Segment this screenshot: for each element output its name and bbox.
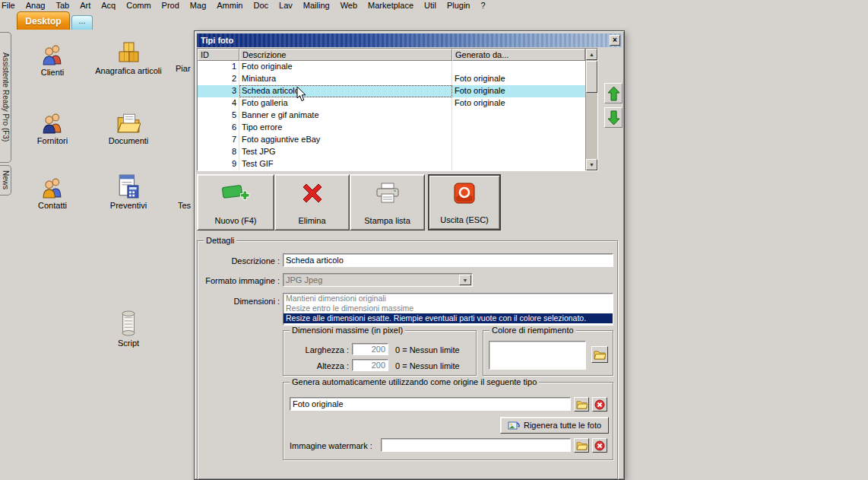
tab-more[interactable]: ... (71, 15, 93, 30)
dimensioni-listbox: Mantieni dimensioni originali Resize ent… (283, 293, 613, 326)
regenerate-photos-icon (508, 421, 520, 431)
watermark-input[interactable] (381, 438, 571, 452)
move-down-button[interactable] (604, 107, 622, 128)
tab-bar: Desktop ... (0, 11, 868, 30)
desktop-icon-label: Fornitori (16, 136, 89, 145)
descrizione-label: Descrizione : (205, 256, 280, 265)
cell-id: 7 (198, 134, 239, 146)
printer-icon (375, 175, 401, 211)
exit-button[interactable]: Uscita (ESC) (428, 174, 501, 230)
cell-descrizione: Foto aggiuntive eBay (239, 134, 452, 146)
menu-item-prod[interactable]: Prod (157, 1, 185, 10)
formato-immagine-dropdown[interactable]: JPG Jpeg ▼ (283, 273, 473, 287)
desktop-icon-fornitori[interactable]: Fornitori (16, 108, 89, 145)
tab-desktop[interactable]: Desktop (17, 11, 70, 30)
dialog-title-bar[interactable]: Tipi foto × (197, 33, 622, 47)
print-list-button[interactable]: Stampa lista (350, 174, 425, 230)
menu-item-plugin[interactable]: Plugin (442, 1, 476, 10)
menu-item-tab[interactable]: Tab (50, 1, 74, 10)
desktop-icon-clienti[interactable]: Clienti (16, 40, 89, 77)
regenerate-all-button[interactable]: Rigenera tutte le foto (500, 417, 609, 434)
vertical-scrollbar[interactable]: ▲ ▼ (585, 49, 597, 170)
table-row[interactable]: 5 Banner e gif animate (198, 110, 585, 122)
cell-id: 5 (198, 110, 239, 122)
cell-descrizione: Banner e gif animate (239, 110, 452, 122)
clients-icon (16, 40, 89, 65)
cell-generato-da (452, 61, 585, 73)
altezza-label: Altezza : (288, 361, 349, 370)
table-row[interactable]: 2 Miniatura Foto originale (198, 73, 585, 85)
scroll-up-button[interactable]: ▲ (586, 49, 597, 60)
source-type-browse-button[interactable] (574, 397, 589, 412)
desktop-icon-anagrafica-articoli[interactable]: Anagrafica articoli (92, 38, 165, 75)
menu-item-help[interactable]: ? (475, 1, 490, 10)
larghezza-input[interactable] (352, 343, 388, 355)
table-row[interactable]: 7 Foto aggiuntive eBay (198, 134, 585, 146)
scroll-down-button[interactable]: ▼ (586, 159, 597, 170)
desktop-icon-script[interactable]: Script (92, 310, 165, 348)
watermark-clear-button[interactable] (592, 438, 607, 453)
menu-item-ammin[interactable]: Ammin (211, 1, 248, 10)
descrizione-input[interactable] (283, 253, 613, 267)
scroll-thumb[interactable] (586, 61, 597, 93)
details-group: Dettagli Descrizione : Formato immagine … (197, 240, 618, 480)
source-type-input[interactable] (290, 397, 571, 411)
watermark-browse-button[interactable] (574, 438, 589, 453)
menu-item-doc[interactable]: Doc (249, 1, 274, 10)
tipi-foto-dialog: Tipi foto × ID Descrizione Generato da..… (194, 30, 625, 480)
side-tab-news-label: News (2, 170, 10, 189)
red-delete-icon (594, 399, 605, 410)
close-button[interactable]: × (610, 35, 620, 46)
column-header-descrizione[interactable]: Descrizione (239, 49, 452, 61)
new-button[interactable]: Nuovo (F4) (197, 174, 274, 230)
green-arrow-down-icon (607, 110, 620, 126)
column-header-generato-da[interactable]: Generato da... (452, 49, 585, 61)
table-row[interactable]: 9 Test GIF (198, 158, 585, 170)
source-type-clear-button[interactable] (592, 397, 607, 412)
menu-item-acq[interactable]: Acq (96, 1, 121, 10)
menu-item-lav[interactable]: Lav (274, 1, 298, 10)
folder-icon (576, 399, 588, 409)
cell-id: 4 (198, 97, 239, 110)
fill-color-picker-button[interactable] (591, 346, 608, 363)
desktop-icon-documenti[interactable]: Documenti (92, 108, 165, 145)
altezza-input[interactable] (352, 359, 388, 371)
menu-item-file[interactable]: File (0, 1, 21, 10)
menu-item-mag[interactable]: Mag (185, 1, 211, 10)
delete-button[interactable]: Elimina (274, 174, 350, 230)
cell-generato-da (452, 122, 585, 134)
desktop-icon-label: Contatti (16, 201, 89, 210)
cell-id: 1 (198, 61, 239, 73)
desktop-icon-contatti[interactable]: Contatti (16, 173, 89, 210)
table-row[interactable]: 1 Foto originale (198, 61, 585, 73)
side-tab-news[interactable]: News (0, 165, 11, 195)
menu-item-art[interactable]: Art (74, 1, 96, 10)
menu-item-web[interactable]: Web (335, 1, 363, 10)
table-row[interactable]: 8 Test JPG (198, 146, 585, 158)
no-limit-note: 0 = Nessun limite (395, 361, 460, 370)
move-up-button[interactable] (604, 83, 622, 103)
menu-item-anag[interactable]: Anag (21, 1, 51, 10)
table-row-selected[interactable]: 3 Scheda articolo Foto originale (198, 85, 585, 97)
side-tab-assistente[interactable]: Assistente Ready Pro (F3) (0, 32, 11, 163)
dimensioni-option-selected[interactable]: Resize alle dimensioni esatte. Riempie e… (284, 313, 613, 323)
contacts-icon (16, 173, 89, 199)
menu-item-util[interactable]: Util (419, 1, 442, 10)
table-row[interactable]: 4 Foto galleria Foto originale (198, 97, 585, 110)
cell-id: 9 (198, 158, 239, 170)
desktop-icon-preventivi[interactable]: Preventivi (92, 173, 165, 210)
column-header-id[interactable]: ID (198, 49, 239, 61)
dimensioni-option[interactable]: Resize entro le dimensioni massime (284, 304, 613, 313)
menu-item-mailing[interactable]: Mailing (298, 1, 335, 10)
table-row[interactable]: 6 Tipo errore (198, 122, 585, 134)
desktop-icon-label: Anagrafica articoli (92, 66, 165, 75)
chevron-down-icon: ▼ (459, 275, 471, 285)
auto-generate-group-title: Genera automaticamente utilizzando come … (290, 377, 539, 386)
cell-generato-da: Foto originale (452, 85, 585, 97)
folder-icon (576, 440, 588, 450)
dimensioni-option[interactable]: Mantieni dimensioni originali (284, 294, 613, 304)
menu-item-marketplace[interactable]: Marketplace (363, 1, 419, 10)
watermark-label: Immagine watermark : (290, 441, 372, 450)
menu-item-comm[interactable]: Comm (121, 1, 156, 10)
cell-id: 6 (198, 122, 239, 134)
